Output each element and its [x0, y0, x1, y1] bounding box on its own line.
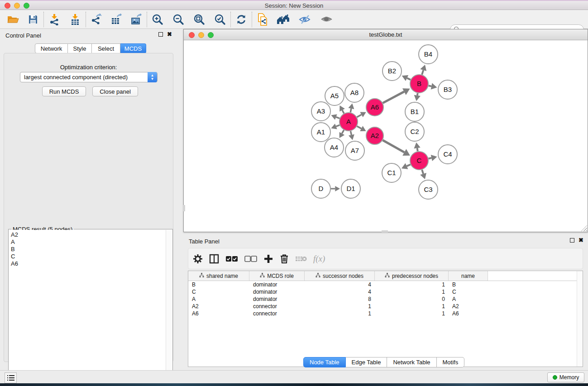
tab-network[interactable]: Network: [35, 43, 68, 53]
cell-shared-name[interactable]: A6: [188, 310, 249, 317]
delete-table-icon[interactable]: [295, 255, 307, 262]
select-all-icon[interactable]: [225, 256, 238, 262]
graph-edge[interactable]: [422, 70, 423, 75]
memory-button[interactable]: Memory: [547, 372, 584, 382]
table-row-A[interactable]: Adominator80A: [188, 295, 583, 303]
cell-predecessor-nodes[interactable]: 1: [375, 289, 449, 295]
cell-predecessor-nodes[interactable]: 1: [375, 310, 449, 317]
import-network-icon[interactable]: [47, 12, 62, 27]
cell-MCDS-role[interactable]: dominator: [249, 281, 305, 288]
cell-predecessor-nodes[interactable]: 1: [375, 303, 449, 310]
column-header-predecessor-nodes[interactable]: predecessor nodes: [375, 271, 449, 281]
cell-MCDS-role[interactable]: dominator: [249, 296, 305, 302]
import-table-icon[interactable]: [67, 12, 83, 27]
mcds-result-item[interactable]: C: [11, 253, 166, 260]
cell-predecessor-nodes[interactable]: 1: [375, 281, 449, 288]
cell-shared-name[interactable]: A: [188, 296, 249, 302]
show-panel-icon[interactable]: [319, 12, 335, 27]
export-network-icon[interactable]: [89, 12, 104, 27]
graph-edge[interactable]: [422, 170, 423, 174]
tab-style[interactable]: Style: [68, 43, 92, 53]
cell-MCDS-role[interactable]: connector: [249, 310, 305, 317]
delete-column-icon[interactable]: [280, 254, 289, 264]
mcds-result-list[interactable]: A2ABCA6: [9, 230, 166, 382]
cell-shared-name[interactable]: A2: [188, 303, 249, 310]
graph-edge[interactable]: [350, 131, 351, 135]
deselect-all-icon[interactable]: [244, 256, 257, 262]
close-table-panel-icon[interactable]: ✖: [578, 238, 583, 243]
cell-predecessor-nodes[interactable]: 0: [375, 296, 449, 302]
cell-successor-nodes[interactable]: 1: [305, 303, 375, 310]
cell-name[interactable]: A6: [449, 310, 488, 317]
close-panel-icon[interactable]: ✖: [167, 32, 172, 37]
column-header-MCDS-role[interactable]: MCDS role: [249, 271, 305, 281]
open-session-icon[interactable]: [5, 12, 21, 27]
zoom-fit-icon[interactable]: [191, 12, 207, 27]
graph-edge[interactable]: [428, 158, 431, 159]
cell-MCDS-role[interactable]: dominator: [249, 289, 305, 295]
home-icon[interactable]: [276, 12, 291, 27]
network-canvas[interactable]: B4B2BB3A8A5A6A3B1AA1C2A2A4A7C4CC1DD1C3: [184, 40, 588, 232]
cell-shared-name[interactable]: B: [188, 281, 249, 288]
graph-edge[interactable]: [336, 125, 339, 126]
zoom-in-icon[interactable]: [150, 12, 165, 27]
graph-edge[interactable]: [357, 126, 362, 129]
column-header-successor-nodes[interactable]: successor nodes: [305, 271, 375, 281]
tab-edge-table[interactable]: Edge Table: [346, 357, 387, 367]
graph-edge[interactable]: [350, 109, 351, 112]
cell-shared-name[interactable]: C: [188, 289, 249, 295]
function-builder-icon[interactable]: f(x): [313, 254, 325, 264]
gear-icon[interactable]: [193, 254, 203, 264]
cell-MCDS-role[interactable]: connector: [249, 303, 305, 310]
column-header-name[interactable]: name: [449, 271, 488, 281]
window-resize-grip[interactable]: [581, 225, 587, 231]
graph-edge[interactable]: [417, 148, 418, 151]
table-row-B[interactable]: Bdominator41B: [188, 281, 583, 288]
mcds-result-scrollbar[interactable]: [166, 230, 172, 382]
float-table-panel-icon[interactable]: [570, 238, 574, 243]
export-table-icon[interactable]: [109, 12, 124, 27]
table-row-C[interactable]: Cdominator41C: [188, 288, 583, 295]
criterion-select[interactable]: largest connected component (directed) ▲…: [20, 72, 158, 82]
network-file-icon[interactable]: [255, 12, 270, 27]
mcds-result-item[interactable]: A: [11, 238, 166, 246]
column-header-shared-name[interactable]: shared name: [188, 271, 249, 281]
zoom-out-icon[interactable]: [171, 12, 186, 27]
refresh-icon[interactable]: [234, 12, 249, 27]
mcds-result-item[interactable]: B: [11, 246, 166, 253]
graph-edge[interactable]: [417, 93, 418, 95]
cell-successor-nodes[interactable]: 4: [305, 289, 375, 295]
table-row-A2[interactable]: A2connector11A2: [188, 303, 583, 310]
tab-network-table[interactable]: Network Table: [387, 357, 436, 367]
task-history-button[interactable]: [5, 372, 17, 383]
table-row-A6[interactable]: A6connector11A6: [188, 310, 583, 317]
cell-successor-nodes[interactable]: 1: [305, 310, 375, 317]
tab-select[interactable]: Select: [92, 43, 120, 53]
graph-edge[interactable]: [382, 140, 404, 152]
table-scrollbar[interactable]: [577, 271, 583, 367]
tab-motifs[interactable]: Motifs: [437, 357, 465, 367]
graph-edge[interactable]: [342, 130, 344, 133]
zoom-selected-icon[interactable]: [212, 12, 228, 27]
add-column-icon[interactable]: [263, 254, 273, 264]
save-session-icon[interactable]: [25, 12, 41, 27]
float-panel-icon[interactable]: [158, 32, 163, 37]
graph-edge[interactable]: [336, 117, 339, 119]
cell-name[interactable]: A2: [449, 303, 488, 310]
cell-name[interactable]: B: [449, 281, 488, 288]
graph-edge[interactable]: [429, 86, 432, 86]
graph-edge[interactable]: [357, 114, 361, 117]
hide-panel-icon[interactable]: [297, 12, 313, 27]
graph-edge[interactable]: [383, 92, 404, 103]
mcds-result-item[interactable]: A2: [11, 231, 166, 238]
cell-successor-nodes[interactable]: 4: [305, 281, 375, 288]
split-columns-icon[interactable]: [209, 254, 219, 264]
tab-mcds[interactable]: MCDS: [120, 43, 146, 53]
network-window-titlebar[interactable]: testGlobe.txt: [184, 29, 588, 40]
graph-edge[interactable]: [342, 110, 344, 113]
run-mcds-button[interactable]: Run MCDS: [42, 86, 86, 96]
mcds-result-item[interactable]: A6: [11, 260, 166, 267]
cell-name[interactable]: C: [449, 289, 488, 295]
cell-name[interactable]: A: [449, 296, 488, 302]
cell-successor-nodes[interactable]: 8: [305, 296, 375, 302]
